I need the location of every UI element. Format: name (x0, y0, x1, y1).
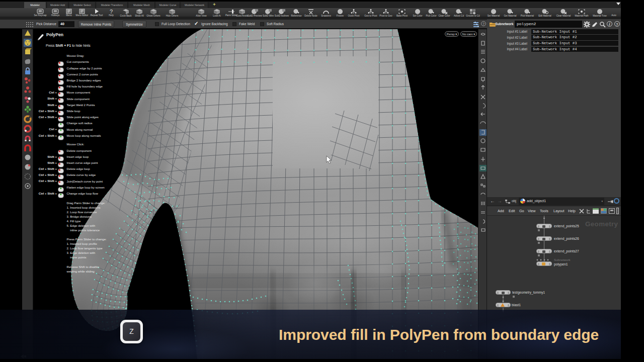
svg-text:?: ? (110, 9, 113, 14)
